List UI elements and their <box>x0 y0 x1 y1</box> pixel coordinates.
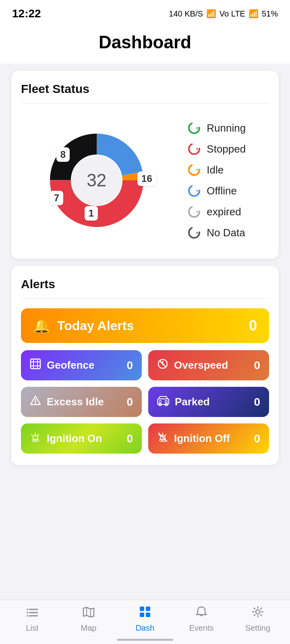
geofence-left: Geofence <box>30 358 95 372</box>
svg-rect-50 <box>146 613 150 617</box>
ignitionon-count: 0 <box>126 432 133 445</box>
donut-chart: 32 8 16 7 1 <box>44 128 149 233</box>
nav-setting-label: Setting <box>245 623 270 633</box>
legend-nodata: No Data <box>187 226 246 239</box>
legend-running: Running <box>187 121 246 135</box>
ignitionoff-count: 0 <box>254 432 260 445</box>
svg-marker-6 <box>197 127 198 129</box>
overspeed-left: Overspeed <box>157 358 228 372</box>
lte-icon: Vo LTE <box>220 9 245 19</box>
excessidle-left: Excess Idle <box>30 395 104 409</box>
ignitionoff-icon <box>157 431 168 446</box>
today-alerts-bell-icon: 🔔 <box>33 318 50 334</box>
ignitionon-left: Ignition On <box>30 431 102 446</box>
fleet-status-card: Fleet Status 32 8 16 7 <box>11 71 279 259</box>
parked-button[interactable]: Parked 0 <box>148 387 269 417</box>
donut-label-stopped: 8 <box>56 147 70 162</box>
alerts-grid: Geofence 0 Overspeed 0 <box>21 350 269 454</box>
overspeed-button[interactable]: Overspeed 0 <box>148 350 269 380</box>
map-icon <box>83 606 95 621</box>
donut-label-nodata: 1 <box>85 206 98 221</box>
alerts-divider <box>21 298 269 299</box>
signal-icon: 📶 <box>249 9 259 19</box>
svg-point-51 <box>256 610 260 614</box>
excessidle-button[interactable]: Excess Idle 0 <box>21 387 142 417</box>
svg-marker-44 <box>83 607 94 617</box>
ignitionon-button[interactable]: Ignition On 0 <box>21 423 142 454</box>
ignitionoff-label: Ignition Off <box>174 432 230 445</box>
legend-idle: Idle <box>187 163 246 177</box>
running-icon <box>187 121 201 135</box>
svg-point-43 <box>27 615 28 617</box>
nav-list[interactable]: List <box>14 606 50 633</box>
legend-stopped: Stopped <box>187 142 246 156</box>
geofence-label: Geofence <box>47 359 95 372</box>
geofence-icon <box>30 358 41 372</box>
nav-list-label: List <box>26 623 38 633</box>
legend-running-label: Running <box>207 122 246 134</box>
donut-label-running: 16 <box>137 171 156 186</box>
ignitionoff-left: Ignition Off <box>157 431 230 446</box>
status-time: 12:22 <box>12 7 41 20</box>
nav-events-label: Events <box>189 623 213 633</box>
nav-dash-label: Dash <box>136 623 155 633</box>
donut-label-idle: 7 <box>50 191 63 205</box>
ignitionoff-button[interactable]: Ignition Off 0 <box>148 423 269 454</box>
svg-rect-47 <box>140 607 144 611</box>
fleet-legend: Running Stopped <box>187 121 246 239</box>
overspeed-icon <box>157 358 168 372</box>
ignitionon-label: Ignition On <box>47 432 102 445</box>
today-alerts-left: 🔔 Today Alerts <box>33 318 134 334</box>
alerts-title: Alerts <box>21 277 269 291</box>
svg-marker-8 <box>197 148 198 150</box>
offline-icon <box>187 184 201 198</box>
parked-label: Parked <box>175 396 210 408</box>
donut-total: 32 <box>87 170 106 190</box>
legend-offline-label: Offline <box>207 185 237 197</box>
svg-marker-16 <box>197 231 198 234</box>
svg-point-42 <box>27 612 28 613</box>
network-label: 140 KB/S <box>169 9 203 19</box>
parked-icon <box>157 395 169 409</box>
fleet-divider <box>21 103 269 103</box>
overspeed-count: 0 <box>254 359 260 372</box>
excessidle-count: 0 <box>126 396 133 409</box>
svg-marker-14 <box>197 211 198 213</box>
excessidle-label: Excess Idle <box>47 396 104 408</box>
svg-marker-10 <box>197 169 198 171</box>
nav-events[interactable]: Events <box>183 606 220 633</box>
fleet-content: 32 8 16 7 1 Running <box>21 113 269 248</box>
alerts-card: Alerts 🔔 Today Alerts 0 <box>11 266 279 465</box>
battery-label: 51% <box>262 9 278 19</box>
status-bar: 12:22 140 KB/S 📶 Vo LTE 📶 51% <box>0 0 290 24</box>
idle-icon <box>187 163 201 177</box>
nav-dash[interactable]: Dash <box>127 606 163 633</box>
nav-map[interactable]: Map <box>70 606 107 633</box>
svg-point-27 <box>35 403 36 404</box>
nodata-icon <box>187 226 201 239</box>
parked-count: 0 <box>254 396 260 409</box>
today-alerts-button[interactable]: 🔔 Today Alerts 0 <box>21 308 269 343</box>
header: Dashboard <box>0 24 290 64</box>
svg-rect-29 <box>159 400 161 403</box>
nav-setting[interactable]: Setting <box>240 606 276 633</box>
excessidle-icon <box>30 395 41 409</box>
wifi-icon: 📶 <box>206 9 216 19</box>
status-icons: 140 KB/S 📶 Vo LTE 📶 51% <box>169 9 278 19</box>
list-icon <box>26 606 38 621</box>
legend-stopped-label: Stopped <box>207 143 246 155</box>
today-alerts-label: Today Alerts <box>57 318 134 333</box>
geofence-button[interactable]: Geofence 0 <box>21 350 142 380</box>
fleet-status-title: Fleet Status <box>21 82 269 96</box>
dash-icon <box>139 606 151 621</box>
bottom-nav: List Map Dash Eve <box>0 600 290 644</box>
legend-idle-label: Idle <box>207 164 224 176</box>
stopped-icon <box>187 142 201 156</box>
svg-rect-30 <box>165 400 167 403</box>
legend-nodata-label: No Data <box>207 227 245 239</box>
home-indicator <box>117 639 173 641</box>
legend-offline: Offline <box>187 184 246 198</box>
svg-point-41 <box>27 609 28 610</box>
svg-rect-49 <box>140 613 144 617</box>
svg-rect-48 <box>146 607 150 611</box>
